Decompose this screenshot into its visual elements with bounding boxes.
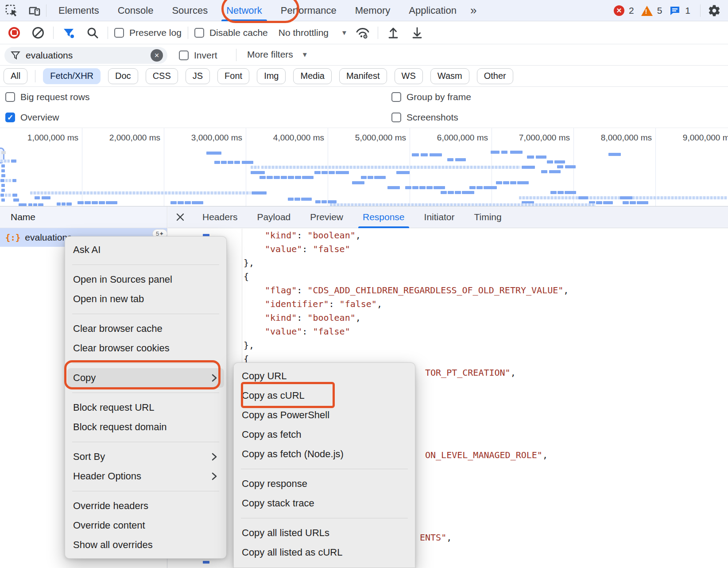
more-filters-button[interactable]: More filters ▾ — [247, 49, 307, 60]
detail-tab-timing[interactable]: Timing — [464, 206, 511, 228]
option-screenshots[interactable]: Screenshots — [391, 112, 458, 123]
code-line: "kind": "boolean", — [242, 311, 728, 325]
tab-performance[interactable]: Performance — [271, 0, 346, 21]
context-menu-item-open-in-new-tab[interactable]: Open in new tab — [65, 289, 226, 309]
unchecked-checkbox[interactable] — [391, 92, 401, 102]
option-group-by-frame[interactable]: Group by frame — [391, 92, 471, 102]
waterfall-bar — [547, 160, 553, 163]
detail-tab-payload[interactable]: Payload — [247, 206, 300, 228]
copy-submenu-item-copy-as-fetch-node-js-[interactable]: Copy as fetch (Node.js) — [234, 444, 415, 464]
option-big-request-rows[interactable]: Big request rows — [5, 92, 89, 102]
context-menu-item-header-options[interactable]: Header Options — [65, 467, 226, 486]
timeline-tick-label: 4,000,000 ms — [249, 133, 324, 143]
copy-submenu-item-copy-all-listed-urls[interactable]: Copy all listed URLs — [234, 523, 415, 543]
import-har-icon[interactable] — [384, 24, 402, 42]
tab-application[interactable]: Application — [399, 0, 466, 21]
detail-tab-response[interactable]: Response — [353, 206, 414, 228]
tab-network[interactable]: Network — [217, 0, 271, 21]
disable-cache-option[interactable]: Disable cache — [194, 27, 268, 38]
export-har-icon[interactable] — [408, 24, 426, 42]
detail-tab-headers[interactable]: Headers — [193, 206, 247, 228]
waterfall-bar — [228, 161, 233, 164]
context-menu-item-override-content[interactable]: Override content — [65, 516, 226, 535]
unchecked-checkbox[interactable] — [391, 113, 401, 122]
context-menu-item-block-request-domain[interactable]: Block request domain — [65, 417, 226, 437]
disable-cache-checkbox[interactable] — [194, 28, 204, 38]
filter-icon[interactable] — [60, 24, 77, 42]
copy-submenu-item-copy-as-powershell[interactable]: Copy as PowerShell — [234, 405, 415, 425]
name-column-header[interactable]: Name — [0, 206, 167, 228]
chip-manifest[interactable]: Manifest — [339, 68, 387, 84]
waterfall-bar — [361, 176, 367, 179]
warning-badge-icon[interactable]: ! — [641, 6, 653, 16]
chip-media[interactable]: Media — [293, 68, 331, 84]
chip-fetch-xhr[interactable]: Fetch/XHR — [43, 68, 101, 84]
gutter-marker-icon[interactable] — [203, 561, 209, 564]
context-menu-item-ask-ai[interactable]: Ask AI — [65, 240, 226, 260]
detail-tab-preview[interactable]: Preview — [300, 206, 353, 228]
network-conditions-icon[interactable] — [354, 24, 372, 42]
issues-icon[interactable] — [669, 5, 681, 16]
waterfall-bar — [527, 156, 534, 159]
chip-all[interactable]: All — [4, 68, 27, 84]
tab-elements[interactable]: Elements — [49, 0, 108, 21]
context-menu-item-sort-by[interactable]: Sort By — [65, 447, 226, 467]
toolbar-divider — [108, 27, 108, 39]
network-overview-timeline[interactable]: 1,000,000 ms2,000,000 ms3,000,000 ms4,00… — [0, 128, 728, 206]
throttling-select[interactable]: No throttling ▼ — [279, 27, 348, 38]
copy-submenu-item-copy-response[interactable]: Copy response — [234, 474, 415, 494]
waterfall-bar — [0, 194, 4, 197]
chip-ws[interactable]: WS — [395, 68, 423, 84]
copy-submenu-item-copy-all-listed-as-powershell[interactable]: Copy all listed as PowerShell — [234, 562, 415, 568]
unchecked-checkbox[interactable] — [5, 92, 15, 102]
copy-submenu-item-copy-url[interactable]: Copy URL — [234, 366, 415, 386]
context-menu-item-block-request-url[interactable]: Block request URL — [65, 398, 226, 417]
checked-checkbox[interactable]: ✓ — [5, 113, 15, 122]
chip-img[interactable]: Img — [257, 68, 286, 84]
detail-tab-initiator[interactable]: Initiator — [414, 206, 465, 228]
inspect-element-icon[interactable] — [0, 0, 23, 21]
device-toolbar-icon[interactable] — [23, 0, 46, 21]
context-menu-item-open-in-sources-panel[interactable]: Open in Sources panel — [65, 270, 226, 289]
waterfall-bar — [387, 186, 400, 189]
close-detail-icon[interactable] — [168, 213, 193, 222]
waterfall-bar — [38, 203, 43, 206]
context-menu-item-copy[interactable]: Copy — [67, 368, 224, 388]
copy-submenu-item-copy-all-listed-as-curl[interactable]: Copy all listed as cURL — [234, 543, 415, 562]
chip-css[interactable]: CSS — [146, 68, 178, 84]
waterfall-bar — [336, 171, 349, 174]
context-menu-item-override-headers[interactable]: Override headers — [65, 496, 226, 516]
context-menu-item-show-all-overrides[interactable]: Show all overrides — [65, 535, 226, 555]
search-icon[interactable] — [84, 24, 101, 42]
preserve-log-checkbox[interactable] — [114, 28, 124, 38]
context-menu-item-clear-browser-cookies[interactable]: Clear browser cookies — [65, 338, 226, 358]
option-overview[interactable]: ✓Overview — [5, 112, 59, 123]
copy-submenu-item-copy-as-fetch[interactable]: Copy as fetch — [234, 425, 415, 444]
copy-submenu-item-copy-as-curl[interactable]: Copy as cURL — [234, 386, 415, 405]
waterfall-bar — [522, 166, 535, 169]
waterfall-bar — [630, 201, 636, 204]
timeline-gridline — [655, 128, 656, 206]
clear-filter-icon[interactable]: × — [151, 49, 163, 62]
settings-gear-icon[interactable] — [708, 4, 721, 17]
error-badge-icon[interactable]: ✕ — [614, 5, 624, 16]
tab-memory[interactable]: Memory — [346, 0, 399, 21]
preserve-log-option[interactable]: Preserve log — [114, 27, 182, 38]
context-menu-item-clear-browser-cache[interactable]: Clear browser cache — [65, 319, 226, 338]
invert-checkbox[interactable] — [179, 51, 189, 60]
more-panels-button[interactable]: » — [466, 4, 481, 17]
waterfall-bar — [252, 191, 267, 195]
chip-doc[interactable]: Doc — [108, 68, 138, 84]
tab-console[interactable]: Console — [108, 0, 163, 21]
chip-js[interactable]: JS — [186, 68, 210, 84]
filter-input[interactable]: evaluations × — [4, 47, 167, 64]
record-network-log-button[interactable] — [5, 24, 23, 42]
chip-font[interactable]: Font — [217, 68, 249, 84]
clear-network-log-button[interactable] — [29, 24, 47, 42]
chip-other[interactable]: Other — [477, 68, 513, 84]
copy-submenu-item-copy-stack-trace[interactable]: Copy stack trace — [234, 494, 415, 513]
waterfall-bar — [448, 191, 454, 194]
chip-wasm[interactable]: Wasm — [430, 68, 469, 84]
tab-sources[interactable]: Sources — [163, 0, 217, 21]
invert-filter-option[interactable]: Invert — [179, 50, 217, 61]
